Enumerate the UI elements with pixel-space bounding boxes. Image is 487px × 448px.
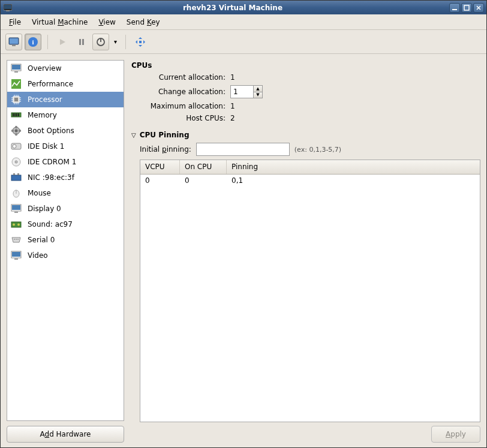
svg-rect-55 [11,175,21,181]
maximum-allocation-value: 1 [230,102,278,110]
apply-button[interactable]: Apply [431,426,480,443]
svg-rect-23 [12,65,20,70]
sidebar-item-sound[interactable]: Sound: ac97 [7,217,124,232]
spinner-up[interactable]: ▲ [254,86,262,92]
svg-rect-8 [10,38,18,44]
cpu-pinning-expander[interactable]: ▽ CPU Pinning [131,131,480,139]
menu-label: ile [13,18,21,26]
window-title: rhevh23 Virtual Machine [16,4,449,12]
close-button[interactable] [473,3,484,13]
svg-rect-61 [12,205,20,210]
svg-rect-56 [13,173,15,175]
col-pinning[interactable]: Pinning [227,160,480,174]
menu-send-key[interactable]: Send Key [122,16,165,28]
svg-rect-41 [13,113,14,116]
menu-virtual-machine[interactable]: Virtual Machine [27,16,92,28]
svg-rect-21 [139,41,142,43]
toolbar-separator [125,35,126,49]
host-cpus-label: Host CPUs: [137,114,230,122]
sidebar-item-ide-cdrom[interactable]: IDE CDROM 1 [7,154,124,170]
svg-rect-42 [14,113,16,116]
svg-rect-2 [6,10,10,11]
sidebar-item-label: NIC :98:ec:3f [28,173,74,182]
svg-rect-3 [452,9,457,10]
svg-rect-24 [14,71,18,73]
col-oncpu[interactable]: On CPU [180,160,227,174]
sidebar-item-label: Performance [28,80,73,88]
change-allocation-input[interactable] [230,85,253,98]
svg-rect-13 [79,39,81,45]
sidebar-item-label: Processor [28,95,62,104]
maximum-allocation-label: Maximum allocation: [137,102,230,110]
svg-marker-20 [143,40,145,44]
add-hardware-button[interactable]: Add Hardware [7,426,124,443]
table-header: VCPU On CPU Pinning [140,160,480,175]
window: rhevh23 Virtual Machine File Virtual Mac… [0,0,487,448]
svg-point-46 [15,130,18,133]
sidebar-item-memory[interactable]: Memory [7,107,124,123]
sidebar-item-mouse[interactable]: Mouse [7,185,124,201]
details-view-button[interactable]: i [25,34,41,50]
svg-marker-12 [60,39,65,45]
sidebar-item-overview[interactable]: Overview [7,61,124,76]
sidebar-item-boot[interactable]: Boot Options [7,123,124,139]
svg-marker-66 [12,237,20,242]
change-allocation-label: Change allocation: [137,88,230,96]
svg-marker-18 [139,45,142,47]
hardware-sidebar: Overview Performance Processor Memory Bo… [7,60,124,421]
svg-point-65 [17,224,20,226]
details-panel: CPUs Current allocation: 1 Change alloca… [131,60,480,443]
cpus-heading: CPUs [131,61,480,70]
svg-rect-9 [12,45,16,46]
menu-label: ey [151,18,160,26]
change-allocation-spinner[interactable]: ▲ ▼ [230,85,263,98]
sidebar-container: Overview Performance Processor Memory Bo… [7,60,124,443]
sidebar-item-serial[interactable]: Serial 0 [7,232,124,248]
svg-marker-19 [136,40,137,44]
sidebar-item-nic[interactable]: NIC :98:ec:3f [7,170,124,185]
menu-file[interactable]: File [4,16,26,28]
sidebar-item-display[interactable]: Display 0 [7,201,124,217]
mouse-icon [11,188,22,199]
current-allocation-value: 1 [230,73,278,82]
display-icon [11,203,22,214]
svg-rect-50 [19,130,21,131]
toolbar: i ▾ [1,30,486,54]
content-area: Overview Performance Processor Memory Bo… [1,54,486,447]
svg-point-52 [13,145,16,148]
footer: Apply [131,422,480,443]
svg-rect-48 [16,134,17,136]
shutdown-menu-arrow[interactable]: ▾ [112,38,119,45]
table-body: 0 0 0,1 [140,175,480,422]
console-view-button[interactable] [5,34,22,50]
svg-rect-57 [17,173,19,175]
expander-triangle-icon: ▽ [131,132,136,139]
titlebar: rhevh23 Virtual Machine [1,1,486,14]
maximize-button[interactable] [461,3,472,13]
initial-pinning-input[interactable] [196,143,290,156]
sidebar-item-ide-disk[interactable]: IDE Disk 1 [7,139,124,154]
sidebar-item-video[interactable]: Video [7,248,124,263]
table-row[interactable]: 0 0 0,1 [140,175,480,188]
svg-rect-49 [11,130,13,131]
network-icon [11,172,22,183]
svg-point-54 [15,161,17,163]
sidebar-item-performance[interactable]: Performance [7,76,124,92]
run-button[interactable] [54,34,71,50]
minimize-button[interactable] [449,3,460,13]
col-vcpu[interactable]: VCPU [140,160,180,174]
fullscreen-button[interactable] [132,34,149,50]
svg-rect-4 [464,5,469,10]
cpu-icon [11,94,22,105]
cdrom-icon [11,157,22,167]
svg-point-69 [17,239,19,240]
sidebar-item-label: Serial 0 [28,236,55,244]
sidebar-item-label: Boot Options [28,127,74,135]
menu-view[interactable]: View [94,16,120,28]
pinning-hint: (ex: 0,1,3-5,7) [294,146,341,154]
cpu-pinning-heading: CPU Pinning [140,131,190,139]
spinner-down[interactable]: ▼ [254,92,262,98]
sidebar-item-processor[interactable]: Processor [7,92,124,107]
shutdown-button[interactable] [92,34,109,50]
pause-button[interactable] [73,34,90,50]
